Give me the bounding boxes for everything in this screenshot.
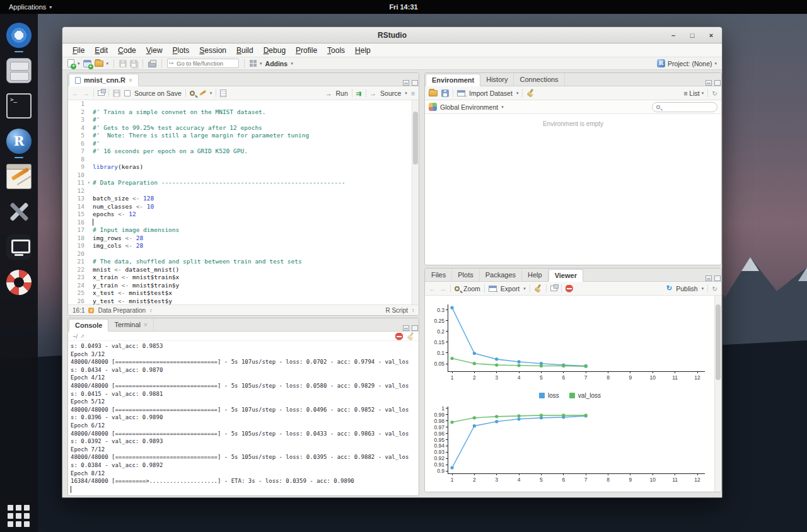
minimize-pane-icon[interactable] <box>705 275 712 281</box>
tab-history[interactable]: History <box>480 73 514 86</box>
back-icon[interactable]: ← <box>72 90 79 97</box>
tab-plots[interactable]: Plots <box>452 269 479 281</box>
zoom-label[interactable]: Zoom <box>463 285 480 292</box>
menu-debug[interactable]: Debug <box>258 45 291 56</box>
forward-icon[interactable]: → <box>83 90 90 97</box>
menu-plots[interactable]: Plots <box>168 45 195 56</box>
minimize-pane-icon[interactable] <box>403 80 409 86</box>
dock-item-file-manager[interactable] <box>6 58 32 83</box>
list-view-menu[interactable]: ≡ List ▾ <box>683 90 704 97</box>
viewer-stop-icon[interactable] <box>566 285 573 292</box>
load-workspace-icon[interactable] <box>429 90 438 96</box>
clear-console-icon[interactable] <box>407 332 415 340</box>
new-project-icon[interactable] <box>83 60 91 67</box>
project-menu[interactable]: R Project: (None) ▾ <box>657 59 717 67</box>
tab-files[interactable]: Files <box>426 269 452 281</box>
run-icon[interactable]: → <box>325 90 332 97</box>
save-icon[interactable] <box>119 60 127 67</box>
maximize-pane-icon[interactable] <box>714 80 721 86</box>
viewer-back-icon[interactable]: ← <box>429 285 436 292</box>
find-icon[interactable] <box>190 91 195 96</box>
file-type-label[interactable]: R Script <box>385 307 408 314</box>
import-dataset-label[interactable]: Import Dataset <box>469 90 513 97</box>
global-environment-label[interactable]: Global Environment <box>440 103 498 111</box>
dock-item-remote-desktop[interactable] <box>6 234 32 260</box>
compile-report-icon[interactable] <box>220 90 226 97</box>
tab-environment[interactable]: Environment <box>426 74 480 86</box>
minimize-pane-icon[interactable] <box>705 80 712 86</box>
title-bar[interactable]: RStudio –□× <box>62 27 722 43</box>
open-file-dropdown[interactable]: ▾ <box>107 61 109 66</box>
menu-edit[interactable]: Edit <box>90 45 113 56</box>
menu-code[interactable]: Code <box>113 45 141 56</box>
close-icon[interactable]: × <box>144 321 148 328</box>
code-tools-icon[interactable] <box>199 90 206 97</box>
menu-view[interactable]: View <box>141 45 168 56</box>
stop-icon[interactable] <box>395 333 403 340</box>
source-icon[interactable]: → <box>370 90 377 97</box>
import-dataset-icon[interactable] <box>457 90 465 96</box>
console-output[interactable]: s: 0.0493 - val_acc: 0.9853Epoch 3/12480… <box>68 341 419 495</box>
show-applications-button[interactable] <box>8 505 30 527</box>
save-workspace-icon[interactable] <box>441 90 449 97</box>
source-dropdown[interactable]: ▾ <box>405 91 407 96</box>
clock[interactable]: Fri 14:31 <box>0 3 807 11</box>
code-tools-dropdown[interactable]: ▾ <box>210 91 212 96</box>
panes-dropdown[interactable]: ▾ <box>260 61 262 66</box>
source-button-label[interactable]: Source <box>380 90 401 97</box>
minimize-pane-icon[interactable] <box>403 325 409 331</box>
code-editor[interactable]: 12#' Trains a simple convnet on the MNIS… <box>68 100 419 304</box>
close-icon[interactable]: × <box>129 77 132 84</box>
export-dropdown[interactable]: ▾ <box>523 286 526 291</box>
close-button[interactable]: × <box>707 32 716 39</box>
tab-help[interactable]: Help <box>522 269 549 281</box>
clear-environment-icon[interactable] <box>526 89 535 97</box>
menu-help[interactable]: Help <box>350 45 376 56</box>
source-on-save-checkbox[interactable] <box>124 90 131 96</box>
tab-packages[interactable]: Packages <box>480 269 522 281</box>
new-file-icon[interactable] <box>67 59 74 67</box>
tab-terminal[interactable]: Terminal× <box>108 318 153 331</box>
open-file-icon[interactable] <box>95 61 103 67</box>
dock-item-rstudio[interactable] <box>6 129 32 154</box>
tab-connections[interactable]: Connections <box>514 73 564 86</box>
menu-profile[interactable]: Profile <box>291 45 322 56</box>
dock-item-tools[interactable] <box>6 199 32 224</box>
viewer-forward-icon[interactable]: → <box>439 285 446 292</box>
publish-dropdown[interactable]: ▾ <box>702 286 704 291</box>
popout-icon[interactable] <box>98 90 105 96</box>
menu-build[interactable]: Build <box>231 45 258 56</box>
fold-arrow-icon[interactable]: ▾ <box>88 179 90 187</box>
export-icon[interactable] <box>489 286 497 292</box>
import-dataset-dropdown[interactable]: ▾ <box>516 91 519 96</box>
addins-button[interactable]: Addins <box>265 60 288 67</box>
run-label[interactable]: Run <box>335 90 347 97</box>
section-label[interactable]: Data Preparation <box>98 307 146 314</box>
tab-viewer[interactable]: Viewer <box>549 269 583 282</box>
refresh-environment-icon[interactable]: ↻ <box>712 90 717 97</box>
clear-viewer-icon[interactable] <box>534 284 542 292</box>
maximize-pane-icon[interactable] <box>714 275 721 281</box>
goto-file-input[interactable] <box>167 59 239 68</box>
dock-item-terminal[interactable] <box>6 93 32 119</box>
viewer-popout-icon[interactable] <box>550 286 557 291</box>
refresh-viewer-icon[interactable]: ↻ <box>712 285 717 292</box>
addins-dropdown[interactable]: ▾ <box>291 61 293 66</box>
export-label[interactable]: Export <box>501 285 520 292</box>
new-file-dropdown[interactable]: ▾ <box>78 61 80 66</box>
minimize-button[interactable]: – <box>669 32 678 39</box>
maximize-pane-icon[interactable] <box>412 325 418 331</box>
tab-mnist_cnn.r[interactable]: mnist_cnn.R× <box>69 74 139 86</box>
editor-scrollbar[interactable] <box>412 100 419 304</box>
rerun-icon[interactable]: ⇉ <box>356 90 362 97</box>
dock-item-help[interactable] <box>6 270 32 295</box>
workspace-panes-icon[interactable] <box>250 60 257 67</box>
publish-label[interactable]: Publish <box>676 285 697 292</box>
print-icon[interactable] <box>148 62 156 67</box>
zoom-icon[interactable] <box>455 286 460 291</box>
maximize-button[interactable]: □ <box>688 32 697 39</box>
tab-console[interactable]: Console <box>69 319 108 332</box>
open-directory-icon[interactable]: ⇗ <box>80 333 84 339</box>
menu-file[interactable]: File <box>67 45 90 56</box>
environment-search[interactable] <box>652 102 717 112</box>
